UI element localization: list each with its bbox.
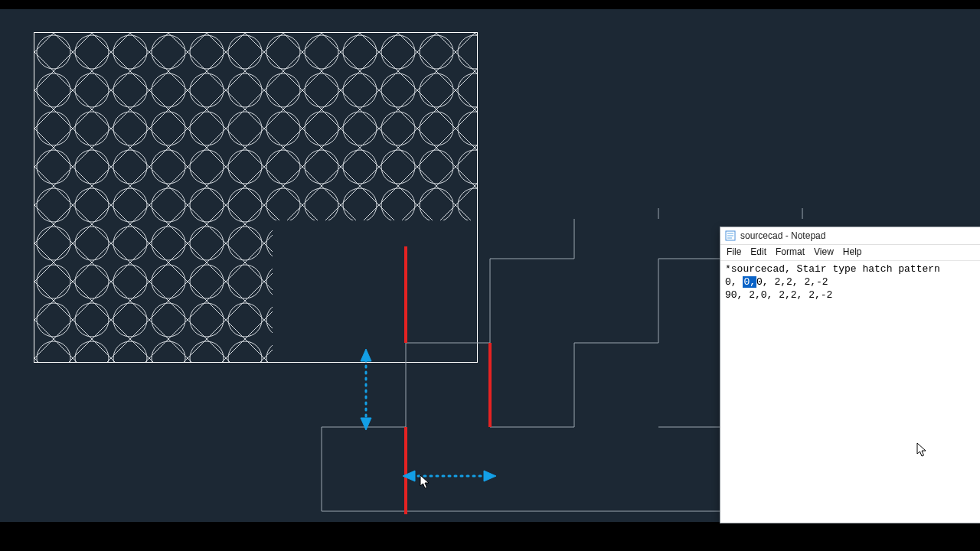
menu-file[interactable]: File: [727, 246, 741, 257]
pat-line2-pre: 0,: [725, 276, 743, 288]
svg-marker-8: [361, 349, 371, 361]
notepad-textarea[interactable]: *sourcecad, Stair type hatch pattern 0, …: [720, 261, 980, 303]
pat-line2-post: 0, 2,2, 2,-2: [756, 276, 828, 288]
notepad-title-text: sourcecad - Notepad: [740, 230, 825, 241]
menu-edit[interactable]: Edit: [750, 246, 766, 257]
menu-format[interactable]: Format: [776, 246, 805, 257]
svg-marker-12: [484, 471, 496, 481]
menu-help[interactable]: Help: [843, 246, 862, 257]
pat-line2-selection: 0,: [743, 276, 756, 288]
svg-marker-9: [361, 418, 371, 430]
pat-line1: *sourcecad, Stair type hatch pattern: [725, 263, 940, 275]
menu-view[interactable]: View: [814, 246, 834, 257]
notepad-menubar[interactable]: File Edit Format View Help: [720, 245, 980, 261]
notepad-titlebar[interactable]: sourcecad - Notepad: [720, 227, 980, 245]
notepad-app-icon: [725, 230, 736, 241]
pat-line3: 90, 2,0, 2,2, 2,-2: [725, 289, 832, 301]
notepad-window[interactable]: sourcecad - Notepad File Edit Format Vie…: [720, 227, 980, 523]
